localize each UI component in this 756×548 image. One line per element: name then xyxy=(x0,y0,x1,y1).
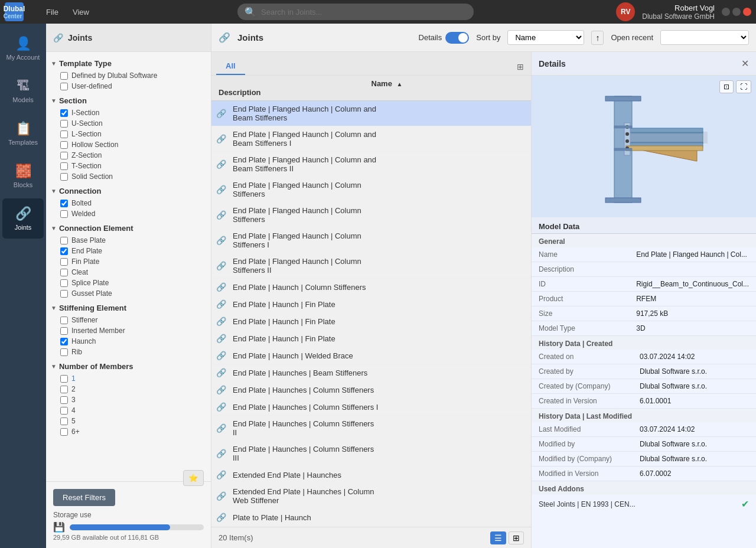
filter-item-defined-by-dlubal[interactable]: Defined by Dlubal Software xyxy=(46,70,211,81)
list-view-button[interactable]: ☰ xyxy=(490,531,506,544)
checkbox-user-defined[interactable] xyxy=(60,83,68,90)
filter-item-4[interactable]: 4 xyxy=(46,405,211,416)
table-row[interactable]: 🔗 End Plate | Haunch | Fin Plate xyxy=(211,330,531,347)
table-row[interactable]: 🔗 End Plate | Haunches | Column Stiffene… xyxy=(211,441,531,467)
reset-filters-button[interactable]: Reset Filters xyxy=(53,489,115,506)
filter-group-header-connection[interactable]: ▼ Connection xyxy=(46,184,211,198)
checkbox-stiffener[interactable] xyxy=(60,317,68,324)
filter-item-bolted[interactable]: Bolted xyxy=(46,198,211,208)
filter-group-header-section[interactable]: ▼ Section xyxy=(46,94,211,107)
sidebar-item-blocks[interactable]: 🧱 Blocks xyxy=(2,156,44,196)
close-button[interactable] xyxy=(743,8,751,16)
filter-item-user-defined[interactable]: User-defined xyxy=(46,81,211,92)
table-row[interactable]: 🔗 End Plate | Flanged Haunch | Column St… xyxy=(211,203,531,228)
table-row[interactable]: 🔗 End Plate | Flanged Haunch | Column an… xyxy=(211,152,531,177)
minimize-button[interactable] xyxy=(722,8,730,16)
menu-file[interactable]: File xyxy=(40,5,64,19)
table-row[interactable]: 🔗 End Plate | Flanged Haunch | Column St… xyxy=(211,177,531,203)
checkbox-i-section[interactable] xyxy=(60,109,68,117)
checkbox-end-plate[interactable] xyxy=(60,247,68,255)
filter-group-header-stiffening-element[interactable]: ▼ Stiffening Element xyxy=(46,301,211,315)
checkbox-1[interactable] xyxy=(60,375,68,383)
checkbox-haunch[interactable] xyxy=(60,338,68,345)
filter-item-6plus[interactable]: 6+ xyxy=(46,426,211,437)
filter-item-5[interactable]: 5 xyxy=(46,416,211,426)
preview-fit-button[interactable]: ⊡ xyxy=(719,80,734,93)
details-toggle-switch[interactable] xyxy=(445,32,469,44)
table-row[interactable]: 🔗 Extended End Plate | Haunches xyxy=(211,467,531,484)
sidebar-item-my-account[interactable]: 👤 My Account xyxy=(2,28,44,68)
sidebar-item-models[interactable]: 🏗 Models xyxy=(2,71,44,111)
filter-item-u-section[interactable]: U-Section xyxy=(46,118,211,129)
table-row[interactable]: 🔗 Plate to Plate | Haunch xyxy=(211,509,531,526)
view-columns-button[interactable]: ⊞ xyxy=(514,61,526,73)
grid-view-button[interactable]: ⊞ xyxy=(509,531,524,544)
filter-group-header-number-of-members[interactable]: ▼ Number of Members xyxy=(46,360,211,373)
star-button[interactable]: ⭐ xyxy=(183,470,204,486)
filter-item-splice-plate[interactable]: Splice Plate xyxy=(46,278,211,288)
checkbox-l-section[interactable] xyxy=(60,131,68,138)
filter-item-gusset-plate[interactable]: Gusset Plate xyxy=(46,288,211,299)
table-row[interactable]: 🔗 End Plate | Haunch | Welded Brace xyxy=(211,347,531,364)
checkbox-splice-plate[interactable] xyxy=(60,279,68,287)
search-bar[interactable]: 🔍 xyxy=(237,4,474,20)
checkbox-inserted-member[interactable] xyxy=(60,327,68,335)
checkbox-fin-plate[interactable] xyxy=(60,258,68,266)
filter-item-l-section[interactable]: L-Section xyxy=(46,129,211,139)
filter-item-z-section[interactable]: Z-Section xyxy=(46,150,211,161)
sidebar-item-joints[interactable]: 🔗 Joints xyxy=(2,198,44,239)
restore-button[interactable] xyxy=(732,8,741,16)
filter-item-i-section[interactable]: I-Section xyxy=(46,107,211,118)
table-row[interactable]: 🔗 End Plate | Haunches | Column Stiffene… xyxy=(211,416,531,441)
filter-item-end-plate[interactable]: End Plate xyxy=(46,246,211,256)
checkbox-gusset-plate[interactable] xyxy=(60,290,68,298)
checkbox-hollow-section[interactable] xyxy=(60,141,68,149)
filter-item-base-plate[interactable]: Base Plate xyxy=(46,235,211,246)
checkbox-base-plate[interactable] xyxy=(60,237,68,244)
checkbox-bolted[interactable] xyxy=(60,200,68,207)
filter-item-hollow-section[interactable]: Hollow Section xyxy=(46,139,211,150)
sortby-select[interactable]: Name Date Size Type xyxy=(507,30,584,45)
table-row[interactable]: 🔗 End Plate | Haunch | Fin Plate xyxy=(211,296,531,313)
checkbox-u-section[interactable] xyxy=(60,120,68,128)
table-row[interactable]: 🔗 End Plate | Haunches | Beam Stiffeners xyxy=(211,364,531,381)
sort-order-button[interactable]: ↑ xyxy=(591,31,604,45)
checkbox-rib[interactable] xyxy=(60,348,68,356)
checkbox-6plus[interactable] xyxy=(60,428,68,436)
filter-item-t-section[interactable]: T-Section xyxy=(46,161,211,171)
table-row[interactable]: 🔗 End Plate | Haunches | Column Stiffene… xyxy=(211,399,531,416)
table-row[interactable]: 🔗 End Plate | Flanged Haunch | Column St… xyxy=(211,253,531,279)
table-row[interactable]: 🔗 End Plate | Flanged Haunch | Column St… xyxy=(211,228,531,253)
filter-item-3[interactable]: 3 xyxy=(46,394,211,405)
table-row[interactable]: 🔗 End Plate | Haunch | Column Stiffeners xyxy=(211,279,531,296)
search-input[interactable] xyxy=(261,8,467,17)
menu-view[interactable]: View xyxy=(67,5,95,19)
sidebar-item-templates[interactable]: 📋 Templates xyxy=(2,113,44,154)
checkbox-z-section[interactable] xyxy=(60,152,68,159)
table-row[interactable]: 🔗 End Plate | Flanged Haunch | Column an… xyxy=(211,101,531,126)
checkbox-3[interactable] xyxy=(60,396,68,404)
preview-fullscreen-button[interactable]: ⛶ xyxy=(736,80,751,93)
checkbox-solid-section[interactable] xyxy=(60,173,68,181)
checkbox-4[interactable] xyxy=(60,407,68,415)
tab-all[interactable]: All xyxy=(216,58,245,75)
filter-item-haunch[interactable]: Haunch xyxy=(46,336,211,347)
filter-item-2[interactable]: 2 xyxy=(46,384,211,394)
filter-item-1[interactable]: 1 xyxy=(46,373,211,384)
filter-item-cleat[interactable]: Cleat xyxy=(46,267,211,278)
checkbox-defined-by-dlubal[interactable] xyxy=(60,72,68,80)
table-row[interactable]: 🔗 End Plate | Haunch | Fin Plate xyxy=(211,313,531,330)
checkbox-welded[interactable] xyxy=(60,210,68,218)
filter-item-rib[interactable]: Rib xyxy=(46,347,211,357)
filter-item-stiffener[interactable]: Stiffener xyxy=(46,315,211,325)
filter-item-solid-section[interactable]: Solid Section xyxy=(46,171,211,182)
checkbox-5[interactable] xyxy=(60,417,68,425)
filter-item-fin-plate[interactable]: Fin Plate xyxy=(46,256,211,267)
filter-item-inserted-member[interactable]: Inserted Member xyxy=(46,325,211,336)
table-row[interactable]: 🔗 Extended End Plate | Haunches | Column… xyxy=(211,484,531,509)
filter-item-welded[interactable]: Welded xyxy=(46,208,211,219)
open-recent-select[interactable] xyxy=(660,30,749,45)
filter-group-header-template-type[interactable]: ▼ Template Type xyxy=(46,57,211,70)
filter-group-header-connection-element[interactable]: ▼ Connection Element xyxy=(46,221,211,235)
details-close-button[interactable]: ✕ xyxy=(741,58,749,69)
